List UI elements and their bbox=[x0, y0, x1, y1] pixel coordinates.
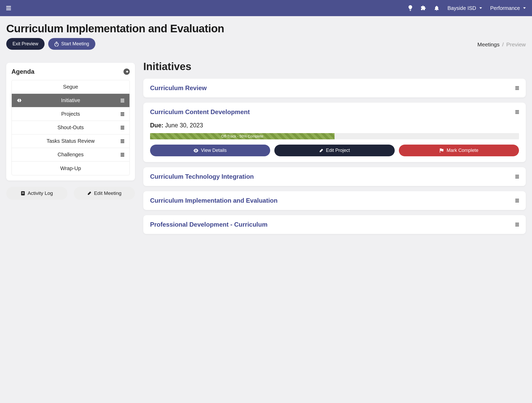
svg-rect-3 bbox=[56, 42, 57, 42]
initiative-header: Curriculum Implementation and Evaluation bbox=[150, 197, 519, 204]
agenda-item-label: Segue bbox=[63, 84, 78, 90]
initiative-header: Curriculum Technology Integration bbox=[150, 173, 519, 180]
initiative-card: Curriculum Technology Integration bbox=[143, 167, 526, 186]
agenda-item-label: Projects bbox=[61, 111, 80, 117]
hamburger-icon[interactable] bbox=[6, 6, 11, 10]
start-meeting-label: Start Meeting bbox=[61, 41, 89, 47]
svg-rect-1 bbox=[6, 8, 11, 9]
brain-icon bbox=[17, 98, 22, 103]
initiative-card: Curriculum Review bbox=[143, 79, 526, 97]
book-icon bbox=[21, 191, 25, 196]
chevron-down-icon bbox=[479, 7, 482, 9]
agenda-actions: Activity Log Edit Meeting bbox=[6, 187, 135, 200]
start-meeting-button[interactable]: Start Meeting bbox=[48, 38, 95, 50]
module-dropdown[interactable]: Performance bbox=[490, 5, 526, 11]
bell-icon[interactable] bbox=[434, 5, 439, 11]
header-left bbox=[6, 6, 11, 10]
agenda-header: Agenda bbox=[11, 68, 130, 75]
lines-icon[interactable] bbox=[515, 86, 519, 90]
breadcrumb-current: Preview bbox=[506, 41, 526, 48]
breadcrumb-parent[interactable]: Meetings bbox=[477, 41, 499, 48]
initiative-title[interactable]: Curriculum Implementation and Evaluation bbox=[150, 197, 277, 204]
puzzle-icon[interactable] bbox=[421, 5, 426, 11]
exit-preview-button[interactable]: Exit Preview bbox=[6, 38, 45, 50]
flag-icon bbox=[439, 148, 444, 153]
agenda-item-projects[interactable]: Projects bbox=[12, 107, 129, 121]
initiative-title[interactable]: Curriculum Content Development bbox=[150, 108, 250, 116]
agenda-item-initiative[interactable]: Initiative bbox=[12, 94, 129, 107]
initiative-actions: View Details Edit Project Mark Complete bbox=[150, 145, 519, 156]
initiative-title[interactable]: Curriculum Review bbox=[150, 84, 207, 92]
agenda-item-wrapup[interactable]: Wrap-Up bbox=[12, 162, 129, 175]
agenda-list: Segue Initiative Projects Shout-Outs bbox=[11, 80, 130, 175]
mark-complete-label: Mark Complete bbox=[447, 148, 478, 153]
org-dropdown[interactable]: Bayside ISD bbox=[447, 5, 482, 11]
progress-bar: Off-Track - 50% Complete bbox=[150, 133, 519, 139]
pencil-icon bbox=[319, 148, 323, 153]
initiative-header: Professional Development - Curriculum bbox=[150, 221, 519, 228]
content: Agenda Segue Initiative Projects bbox=[0, 50, 532, 250]
lightbulb-icon[interactable] bbox=[408, 5, 412, 11]
due-line: Due: June 30, 2023 bbox=[150, 122, 519, 129]
arrow-left-icon bbox=[125, 70, 128, 73]
svg-rect-8 bbox=[22, 193, 24, 194]
svg-rect-2 bbox=[6, 9, 11, 10]
agenda-item-tasks[interactable]: Tasks Status Review bbox=[12, 134, 129, 148]
initiative-header: Curriculum Review bbox=[150, 84, 519, 92]
progress-text: Off-Track - 50% Complete bbox=[150, 134, 335, 138]
left-column: Agenda Segue Initiative Projects bbox=[6, 63, 135, 200]
mark-complete-button[interactable]: Mark Complete bbox=[399, 145, 519, 156]
initiative-card: Curriculum Implementation and Evaluation bbox=[143, 191, 526, 210]
initiative-header: Curriculum Content Development bbox=[150, 108, 519, 116]
page-title: Curriculum Implementation and Evaluation bbox=[6, 22, 224, 35]
svg-rect-5 bbox=[56, 43, 57, 45]
org-label: Bayside ISD bbox=[447, 5, 476, 11]
edit-project-button[interactable]: Edit Project bbox=[274, 145, 394, 156]
agenda-item-segue[interactable]: Segue bbox=[12, 80, 129, 94]
page-actions: Exit Preview Start Meeting bbox=[6, 38, 224, 50]
module-label: Performance bbox=[490, 5, 520, 11]
edit-meeting-label: Edit Meeting bbox=[94, 190, 122, 196]
breadcrumb-separator: / bbox=[502, 41, 504, 48]
app-header: Bayside ISD Performance bbox=[0, 0, 532, 16]
lines-icon bbox=[121, 153, 124, 157]
initiative-body: Due: June 30, 2023 Off-Track - 50% Compl… bbox=[150, 116, 519, 156]
eye-icon bbox=[194, 149, 198, 152]
edit-project-label: Edit Project bbox=[326, 148, 350, 153]
back-button[interactable] bbox=[123, 69, 130, 75]
initiative-card: Professional Development - Curriculum bbox=[143, 215, 526, 234]
svg-rect-7 bbox=[22, 192, 24, 193]
edit-meeting-button[interactable]: Edit Meeting bbox=[74, 187, 135, 200]
initiatives-title: Initiatives bbox=[143, 61, 526, 72]
lines-icon[interactable] bbox=[515, 110, 519, 114]
lines-icon bbox=[121, 126, 124, 129]
lines-icon bbox=[121, 139, 124, 143]
lines-icon bbox=[121, 99, 124, 102]
header-right: Bayside ISD Performance bbox=[408, 5, 526, 11]
lines-icon[interactable] bbox=[515, 199, 519, 202]
initiative-title[interactable]: Professional Development - Curriculum bbox=[150, 221, 268, 228]
agenda-item-label: Initiative bbox=[61, 97, 80, 103]
agenda-item-label: Challenges bbox=[58, 152, 84, 158]
pencil-icon bbox=[87, 191, 91, 195]
page-header: Curriculum Implementation and Evaluation… bbox=[0, 16, 532, 50]
lines-icon[interactable] bbox=[515, 175, 519, 178]
activity-log-label: Activity Log bbox=[28, 190, 53, 196]
initiative-card-expanded: Curriculum Content Development Due: June… bbox=[143, 103, 526, 162]
svg-rect-0 bbox=[6, 6, 11, 7]
agenda-title: Agenda bbox=[11, 68, 34, 75]
lines-icon bbox=[121, 112, 124, 116]
agenda-item-challenges[interactable]: Challenges bbox=[12, 148, 129, 162]
agenda-item-label: Shout-Outs bbox=[57, 125, 84, 131]
activity-log-button[interactable]: Activity Log bbox=[6, 187, 67, 200]
view-details-button[interactable]: View Details bbox=[150, 145, 270, 156]
agenda-item-label: Tasks Status Review bbox=[47, 138, 95, 144]
due-date: June 30, 2023 bbox=[165, 122, 203, 129]
agenda-item-shoutouts[interactable]: Shout-Outs bbox=[12, 121, 129, 134]
agenda-item-label: Wrap-Up bbox=[60, 165, 81, 171]
agenda-card: Agenda Segue Initiative Projects bbox=[6, 63, 135, 181]
lines-icon[interactable] bbox=[515, 223, 519, 226]
due-label: Due: bbox=[150, 122, 163, 129]
page-header-left: Curriculum Implementation and Evaluation… bbox=[6, 22, 224, 50]
initiative-title[interactable]: Curriculum Technology Integration bbox=[150, 173, 254, 180]
